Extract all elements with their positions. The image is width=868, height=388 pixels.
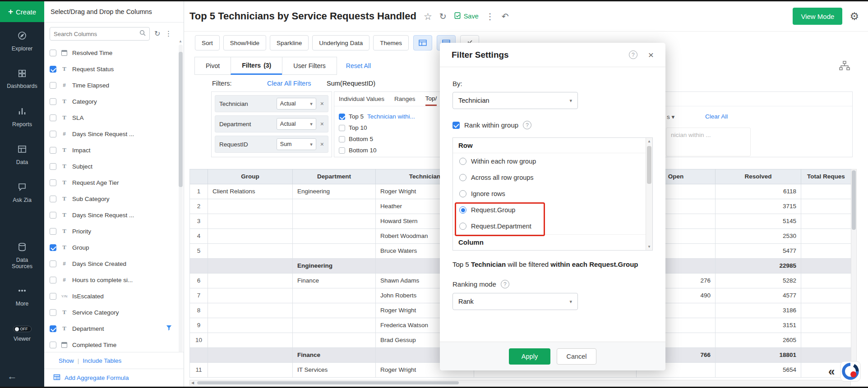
sidebar-item-reports[interactable]: Reports [0,98,44,136]
table-vertical-scrollbar[interactable] [851,169,857,377]
reset-all-link[interactable]: Reset All [346,62,371,69]
checkbox-unchecked-icon[interactable] [339,147,345,154]
title-kebab-icon[interactable]: ⋮ [486,12,494,21]
column-item[interactable]: Resolved Time [44,45,178,61]
remove-filter-icon[interactable]: × [320,120,324,128]
table-horizontal-scrollbar[interactable]: ◀ [189,380,851,386]
radio-within-each-row-group[interactable]: Within each row group [453,153,652,169]
radio-unselected-icon[interactable] [459,190,466,197]
add-aggregate-formula-button[interactable]: Add Aggregate Formula [44,369,184,387]
column-item[interactable]: TCategory [44,93,178,110]
show-hide-button[interactable]: Show/Hide [223,35,266,50]
option-bottom-10[interactable]: Bottom 10 [339,145,415,156]
checkbox-unchecked-icon[interactable] [50,260,56,267]
analytics-brand-logo[interactable] [840,361,861,383]
subtab-top-bottom[interactable]: Top/ [425,92,437,106]
checkbox-unchecked-icon[interactable] [50,342,56,348]
column-item[interactable]: Completed Time [44,337,178,353]
filter-chip-technician[interactable]: Technician Actual▾ × [215,95,328,112]
column-item[interactable]: TSubject [44,158,178,174]
checkbox-checked-icon[interactable] [50,66,56,73]
radio-unselected-icon[interactable] [459,223,466,230]
checkbox-unchecked-icon[interactable] [50,163,56,170]
by-select[interactable]: Technician ▾ [452,92,578,109]
help-icon[interactable]: ? [629,50,637,59]
tab-pivot[interactable]: Pivot [194,57,231,75]
scroll-left-icon[interactable]: ◀ [190,381,195,385]
radio-unselected-icon[interactable] [459,158,466,165]
cancel-button[interactable]: Cancel [557,348,596,365]
checkbox-unchecked-icon[interactable] [50,98,56,105]
column-item[interactable]: TService Category [44,304,178,320]
scroll-down-icon[interactable]: ▼ [646,245,652,249]
search-input[interactable] [54,31,139,37]
scroll-up-icon[interactable]: ▲ [646,139,652,143]
undo-icon[interactable]: ↶ [502,12,509,21]
subtab-ranges[interactable]: Ranges [394,92,416,106]
scroll-up-icon[interactable]: ▲ [179,39,182,43]
viewer-off-toggle[interactable]: OFF [13,326,32,332]
column-item[interactable]: TDepartment [44,320,178,337]
clear-all-filters-link[interactable]: Clear All Filters [267,80,311,87]
include-tables-link[interactable]: Include Tables [83,357,121,364]
refresh-columns-icon[interactable]: ↻ [154,30,160,37]
column-item[interactable]: #Days Since Request ... [44,126,178,142]
column-item[interactable]: TPriority [44,223,178,239]
close-icon[interactable]: × [648,50,654,60]
columns-scrollbar-thumb[interactable] [179,52,183,187]
checkbox-unchecked-icon[interactable] [50,147,56,154]
column-item[interactable]: TSLA [44,110,178,126]
top5-settings-link[interactable]: Technician withi... [367,113,415,120]
option-bottom-5[interactable]: Bottom 5 [339,133,415,145]
option-top-10[interactable]: Top 10 [339,122,415,133]
sidebar-item-explorer[interactable]: Explorer [0,22,44,60]
radio-across-all-row-groups[interactable]: Across all row groups [453,169,652,186]
subtab-individual-values[interactable]: Individual Values [339,92,384,106]
checkbox-unchecked-icon[interactable] [50,82,56,89]
radio-request-department[interactable]: Request.Department [453,218,652,234]
scrollbar-thumb[interactable] [852,170,856,230]
hierarchy-icon[interactable] [839,61,850,73]
sidebar-item-viewer[interactable]: OFF Viewer [0,315,44,353]
remove-filter-icon[interactable]: × [320,141,324,148]
refresh-report-icon[interactable]: ↻ [439,12,447,21]
checkbox-unchecked-icon[interactable] [50,179,56,186]
option-top-5[interactable]: Top 5Technician withi... [339,111,415,122]
sidebar-item-more[interactable]: More [0,277,44,315]
sparkline-button[interactable]: Sparkline [270,35,309,50]
column-item[interactable]: TSub Category [44,191,178,207]
sidebar-item-data-sources[interactable]: Data Sources [0,234,44,277]
checkbox-checked-icon[interactable] [452,122,460,129]
column-item[interactable]: #Days Since Created [44,256,178,272]
sidebar-item-dashboards[interactable]: Dashboards [0,60,44,98]
filter-chip-department[interactable]: Department Actual▾ × [215,115,328,132]
radio-selected-icon[interactable] [459,206,466,214]
column-item[interactable]: #Hours to complete si... [44,272,178,288]
settings-gear-icon[interactable]: ⚙ [850,10,859,23]
radio-ignore-rows[interactable]: Ignore rows [453,186,652,202]
checkbox-unchecked-icon[interactable] [50,293,56,300]
scrollbar-thumb[interactable] [197,381,459,384]
show-link[interactable]: Show [59,357,74,364]
checkbox-unchecked-icon[interactable] [50,212,56,219]
checkbox-unchecked-icon[interactable] [339,136,345,142]
filter-funnel-icon[interactable] [166,324,172,333]
checkbox-checked-icon[interactable] [50,244,56,251]
checkbox-unchecked-icon[interactable] [50,277,56,283]
scrollbar-thumb[interactable] [647,146,651,184]
columns-kebab-icon[interactable]: ⋮ [165,30,172,37]
apply-button[interactable]: Apply [509,348,550,365]
checkbox-unchecked-icon[interactable] [50,228,56,235]
sidebar-item-ask-zia[interactable]: Ask Zia [0,173,44,211]
checkbox-unchecked-icon[interactable] [50,131,56,137]
column-item[interactable]: TGroup [44,239,178,256]
checkbox-checked-icon[interactable] [339,114,345,120]
remove-filter-icon[interactable]: × [320,100,324,107]
column-item[interactable]: TRequest Status [44,61,178,77]
ranking-mode-select[interactable]: Rank ▾ [452,293,578,310]
chip-mode-select[interactable]: Sum▾ [277,138,316,150]
save-button[interactable]: Save [454,12,479,21]
create-button[interactable]: + Create [0,1,44,22]
checkbox-unchecked-icon[interactable] [50,196,56,202]
column-item[interactable]: TRequest Age Tier [44,174,178,191]
